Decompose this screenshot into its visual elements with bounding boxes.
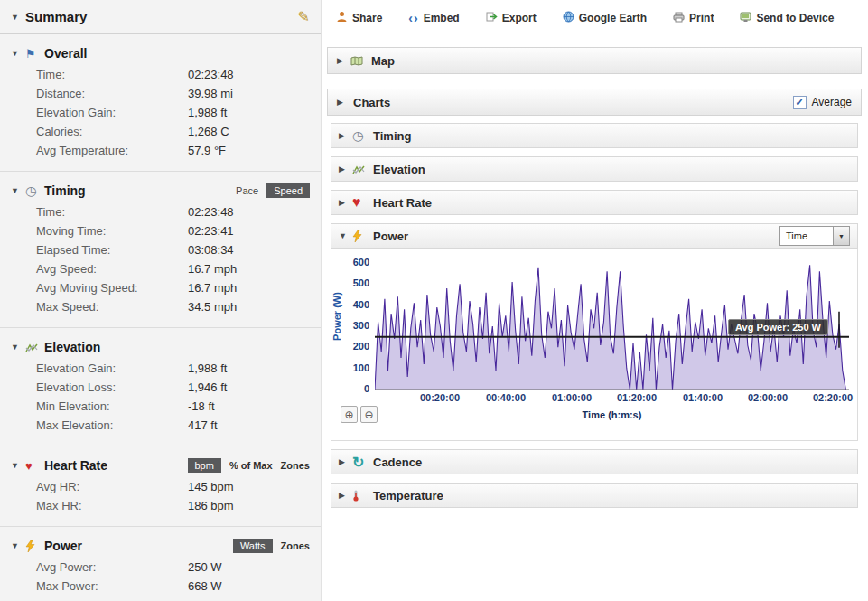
pace-toggle[interactable]: Pace [236, 185, 258, 196]
stat-label: Distance: [36, 87, 188, 100]
panel-title: Elevation [373, 163, 425, 176]
stat-label: Min Elevation: [36, 399, 188, 413]
stat-value: -18 ft [188, 399, 215, 413]
stat-label: Max Power: [36, 579, 188, 593]
stat-row: Max Power: 668 W [0, 577, 321, 596]
stat-value: 1,988 ft [188, 106, 227, 119]
charts-panel-header[interactable]: ▶ Charts ✓ Average [327, 89, 862, 116]
y-tick-label: 600 [339, 257, 369, 268]
temperature-chart-header[interactable]: ▶ Temperature [331, 483, 858, 508]
percent-of-max-toggle[interactable]: % of Max [229, 460, 273, 471]
share-button[interactable]: Share [336, 11, 382, 25]
stat-label: Max Elevation: [36, 418, 188, 432]
toolbar-label: Send to Device [756, 12, 834, 24]
chevron-down-icon: ▼ [833, 227, 849, 245]
stat-value: 16.7 mph [188, 262, 237, 276]
print-button[interactable]: Print [673, 12, 714, 25]
stat-value: 02:23:48 [188, 205, 234, 219]
elevation-chart-header[interactable]: ▶ Elevation [331, 156, 858, 182]
embed-button[interactable]: ‹› Embed [408, 12, 459, 24]
chevron-down-icon[interactable]: ▼ [11, 343, 25, 352]
stat-value: 1,946 ft [188, 380, 227, 394]
stat-label: Avg Temperature: [36, 144, 188, 157]
stat-value: 250 W [188, 560, 222, 574]
export-button[interactable]: Export [486, 11, 537, 25]
x-tick-label: 00:20:00 [413, 392, 467, 403]
stat-label: Moving Time: [36, 224, 188, 238]
stat-row: Avg Temperature: 57.9 °F [0, 141, 321, 160]
stat-row: Avg Speed: 16.7 mph [0, 259, 321, 278]
stat-row: Time: 02:23:48 [0, 202, 321, 221]
chart-x-axis-select[interactable]: Time ▼ [779, 226, 850, 246]
chevron-down-icon[interactable]: ▼ [11, 186, 25, 195]
y-tick-label: 500 [339, 277, 369, 288]
chevron-right-icon[interactable]: ▶ [339, 491, 352, 500]
y-tick-label: 100 [339, 362, 369, 373]
toolbar: Share ‹› Embed Export Google Earth Print [327, 0, 862, 36]
summary-header[interactable]: ▼ Summary ✎ [0, 0, 321, 34]
stat-row: Elevation Loss: 1,946 ft [0, 378, 321, 397]
average-checkbox[interactable]: ✓ [793, 96, 807, 109]
heart-icon: ♥ [25, 460, 44, 472]
chevron-right-icon[interactable]: ▶ [339, 198, 352, 207]
x-tick-label: 02:00:00 [741, 392, 795, 403]
edit-pencil-icon[interactable]: ✎ [298, 8, 310, 25]
chevron-down-icon[interactable]: ▼ [11, 49, 25, 58]
chevron-right-icon[interactable]: ▶ [339, 164, 352, 174]
send-to-device-button[interactable]: Send to Device [740, 12, 834, 25]
chevron-down-icon[interactable]: ▼ [339, 231, 352, 240]
panel-title: Power [373, 230, 408, 243]
speed-toggle[interactable]: Speed [266, 183, 310, 198]
stat-row: Calories: 1,268 C [0, 122, 321, 141]
charts-group: ▶ ◷ Timing ▶ Elevation ▶ ♥ Heart Rate ▼ … [327, 123, 862, 508]
stat-label: Elapsed Time: [36, 243, 188, 257]
stat-label: Calories: [36, 125, 188, 138]
stat-label: Avg Speed: [36, 262, 188, 276]
zoom-out-button[interactable]: ⊖ [360, 406, 378, 423]
section-timing-header[interactable]: ▼ ◷ Timing Pace Speed [0, 179, 321, 202]
section-elevation-header[interactable]: ▼ Elevation [0, 335, 321, 359]
power-chart[interactable]: Power (W) 600 500 400 300 200 100 0 00:2… [337, 254, 861, 437]
export-arrow-icon [486, 11, 498, 25]
zones-toggle[interactable]: Zones [281, 540, 310, 551]
globe-icon [563, 11, 574, 25]
stat-row: Avg Moving Speed: 16.7 mph [0, 278, 321, 297]
section-overall-header[interactable]: ▼ ⚑ Overall [0, 42, 321, 65]
chevron-right-icon[interactable]: ▶ [339, 457, 352, 466]
section-overall: ▼ ⚑ Overall Time: 02:23:48 Distance: 39.… [0, 34, 321, 172]
lightning-bolt-icon [25, 540, 44, 552]
stat-label: Avg HR: [36, 480, 188, 493]
section-timing: ▼ ◷ Timing Pace Speed Time: 02:23:48 Mov… [0, 172, 321, 328]
cadence-chart-header[interactable]: ▶ ↻ Cadence [331, 449, 858, 474]
summary-sidebar: ▼ Summary ✎ ▼ ⚑ Overall Time: 02:23:48 D… [0, 0, 322, 601]
stat-value: 39.98 mi [188, 87, 233, 100]
section-heart-rate-header[interactable]: ▼ ♥ Heart Rate bpm % of Max Zones [0, 454, 321, 477]
stat-row: Max Speed: 34.5 mph [0, 297, 321, 316]
section-title: Elevation [44, 340, 100, 354]
chevron-down-icon[interactable]: ▼ [11, 461, 25, 470]
section-title: Heart Rate [44, 458, 107, 473]
zoom-in-button[interactable]: ⊕ [341, 406, 358, 423]
chevron-down-icon[interactable]: ▼ [11, 541, 25, 550]
stat-value: 34.5 mph [188, 300, 237, 314]
chevron-right-icon[interactable]: ▶ [337, 56, 350, 65]
chevron-down-icon[interactable]: ▼ [11, 13, 25, 22]
bpm-toggle[interactable]: bpm [188, 458, 221, 473]
watts-toggle[interactable]: Watts [233, 539, 273, 553]
stat-row: Max Elevation: 417 ft [0, 416, 321, 435]
zones-toggle[interactable]: Zones [281, 460, 310, 471]
power-chart-header[interactable]: ▼ Power Time ▼ [331, 223, 858, 249]
timing-chart-header[interactable]: ▶ ◷ Timing [331, 123, 858, 148]
thermometer-icon [352, 490, 370, 502]
google-earth-button[interactable]: Google Earth [563, 11, 647, 25]
chevron-right-icon[interactable]: ▶ [339, 131, 352, 140]
heart-rate-chart-header[interactable]: ▶ ♥ Heart Rate [331, 190, 858, 215]
stat-row: Max HR: 186 bpm [0, 496, 321, 515]
map-panel-header[interactable]: ▶ Map [327, 47, 862, 74]
chevron-right-icon[interactable]: ▶ [337, 98, 350, 107]
elevation-icon [25, 343, 44, 352]
panel-title: Timing [373, 129, 411, 143]
panel-title: Temperature [373, 489, 443, 502]
section-power-header[interactable]: ▼ Power Watts Zones [0, 534, 321, 558]
avg-power-tooltip: Avg Power: 250 W [728, 319, 828, 335]
